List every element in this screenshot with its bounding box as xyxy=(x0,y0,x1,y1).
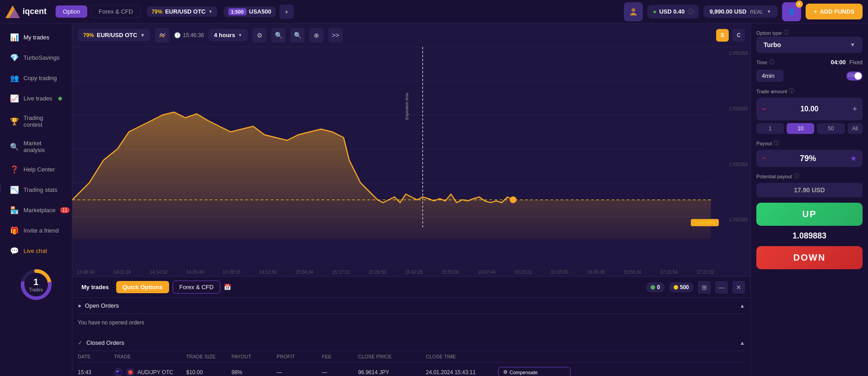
chart-compare-button[interactable] xyxy=(155,28,170,43)
avatar-box[interactable] xyxy=(624,2,643,21)
current-price-display: 1.089883 xyxy=(756,231,863,241)
user-icon: 👤 xyxy=(788,8,795,15)
add-funds-icon: + xyxy=(814,8,817,15)
panel-close-button[interactable]: ✕ xyxy=(732,281,745,294)
sidebar-item-live-trades[interactable]: 📈 Live trades xyxy=(3,89,69,108)
add-asset-button[interactable]: + xyxy=(279,5,294,19)
timeframe-select[interactable]: 4min 1min 5min 15min xyxy=(756,70,783,82)
tab-option[interactable]: Option xyxy=(56,5,87,18)
tab-quick-options[interactable]: Quick Options xyxy=(116,281,169,293)
amount-btn-50[interactable]: 50 xyxy=(817,123,844,134)
svg-point-3 xyxy=(632,8,635,12)
tab-my-trades[interactable]: My trades xyxy=(78,282,113,292)
sidebar-item-trading-stats[interactable]: 📉 Trading stats xyxy=(3,180,69,200)
sidebar-item-my-trades[interactable]: 📊 My trades xyxy=(3,28,69,47)
sidebar-item-help-center[interactable]: ❓ Help Center xyxy=(3,160,69,179)
tab-forex-cfd[interactable]: Forex & CFD xyxy=(91,5,141,18)
sidebar-item-copy-trading[interactable]: 👥 Copy trading xyxy=(3,68,69,88)
chart-time-display: 🕐 15:46:36 xyxy=(174,32,204,38)
amount-plus-icon[interactable]: + xyxy=(852,105,857,114)
c-button[interactable]: C xyxy=(732,29,745,42)
asset-name: EUR/USD OTC xyxy=(165,8,206,15)
table-header: Date Trade Trade size Payout Profit Fee … xyxy=(78,351,745,362)
sidebar-item-marketplace[interactable]: 🏪 Marketplace 11 xyxy=(3,200,69,220)
closed-orders-header[interactable]: ✓ Closed Orders ▲ xyxy=(78,335,745,351)
time-tick-7: 15:17:12 xyxy=(332,270,349,275)
open-orders-header[interactable]: ● Open Orders ▲ xyxy=(78,298,745,314)
instrument-selector[interactable]: 79% EUR/USD OTC ▼ xyxy=(78,29,151,41)
trade-amount-input[interactable] xyxy=(770,101,849,117)
account-box[interactable]: 9,990.00 USD REAL ▼ xyxy=(703,5,778,18)
fixed-badge: Fixed xyxy=(849,59,863,66)
clock-icon: 🕐 xyxy=(174,32,181,38)
time-info-icon[interactable]: ⓘ xyxy=(769,58,774,66)
chart-more-button[interactable]: >> xyxy=(328,28,343,43)
open-orders-title: Open Orders xyxy=(85,302,119,309)
amount-minus-icon[interactable]: − xyxy=(762,105,767,114)
asset-pct: 79% xyxy=(151,9,162,15)
chart-toolbar-right: S C xyxy=(716,29,745,42)
payout-minus-icon: − xyxy=(762,154,766,162)
col-close-time: Close time xyxy=(426,354,498,359)
instrument-pct: 79% xyxy=(83,32,94,38)
closed-orders-check-icon: ✓ xyxy=(78,339,83,346)
panel-minimize-button[interactable]: — xyxy=(715,281,728,294)
sidebar-item-turbo-savings[interactable]: 💎 TurboSavings xyxy=(3,48,69,67)
payout-info-icon[interactable]: ⓘ xyxy=(774,139,779,147)
sidebar-item-trading-contest[interactable]: 🏆 Trading contest xyxy=(3,109,69,133)
compensate-button[interactable]: ⚙ Compensate xyxy=(498,367,571,376)
add-funds-button[interactable]: + ADD FUNDS xyxy=(806,4,863,19)
trade-amount-info-icon[interactable]: ⓘ xyxy=(789,87,794,95)
balance-info-icon[interactable]: ⓘ xyxy=(688,8,693,16)
amount-btn-10[interactable]: 10 xyxy=(787,123,814,134)
down-button[interactable]: DOWN xyxy=(756,246,863,269)
asset-selector-eurusd[interactable]: 79% EUR/USD OTC ▼ xyxy=(147,6,217,17)
col-date: Date xyxy=(78,354,114,359)
chart-time: 15:46:36 xyxy=(183,32,204,38)
option-type-button[interactable]: Turbo ▼ xyxy=(756,37,863,53)
chart-crosshair-button[interactable]: ⊕ xyxy=(309,28,324,43)
balance-box: ● USD 0.40 ⓘ xyxy=(647,5,698,19)
time-tick-11: 16:07:44 xyxy=(478,270,495,275)
amount-btn-all[interactable]: All xyxy=(848,123,863,134)
chart-zoom-in-button[interactable]: 🔍 xyxy=(290,28,305,43)
row-close-time: 24.01.2024 15:43:11 xyxy=(426,369,498,376)
time-tick-1: 14:01:24 xyxy=(113,270,131,275)
tab-forex-cfd[interactable]: Forex & CFD xyxy=(173,281,221,294)
col-trade-size: Trade size xyxy=(186,354,231,359)
donut-area: 1 Trades xyxy=(0,261,72,308)
expiry-label: Expiration time xyxy=(405,93,409,120)
time-row: Time ⓘ 04:00 Fixed xyxy=(756,58,863,66)
up-button[interactable]: UP xyxy=(756,203,863,226)
currency-icon-jpy: 🔴 xyxy=(126,368,135,376)
option-type-arrow: ▼ xyxy=(850,42,855,48)
calendar-icon[interactable]: 📅 xyxy=(224,284,231,290)
chart-settings-button[interactable]: ⚙ xyxy=(252,28,267,43)
sidebar-collapse-button[interactable]: ◀ xyxy=(0,182,1,195)
option-type-info-icon[interactable]: ⓘ xyxy=(783,29,789,37)
option-type-section: Option type ⓘ Turbo ▼ xyxy=(756,29,863,53)
potential-info-icon[interactable]: ⓘ xyxy=(794,172,799,180)
time-section: Time ⓘ 04:00 Fixed 4min 1min 5min 15min … xyxy=(756,58,863,82)
chart-zoom-out-button[interactable]: 🔍 xyxy=(271,28,286,43)
toggle-on[interactable]: On xyxy=(846,71,863,81)
sidebar-item-invite-friend[interactable]: 🎁 Invite a friend xyxy=(3,221,69,240)
panel-expand-button[interactable]: ⊞ xyxy=(698,281,711,294)
user-button[interactable]: 👤 8 xyxy=(782,2,801,21)
row-payout: 98% xyxy=(231,369,277,376)
sidebar-item-live-chat[interactable]: 💬 Live chat xyxy=(3,241,69,261)
balance-amount: USD 0.40 xyxy=(659,8,684,15)
instrument-dropdown-arrow: ▼ xyxy=(140,32,146,38)
amount-btn-1[interactable]: 1 xyxy=(756,123,784,134)
timeframe-selector[interactable]: 4 hours ▼ xyxy=(208,29,248,41)
balance-icon: ● xyxy=(653,8,656,15)
s-button[interactable]: S xyxy=(716,29,729,42)
svg-point-14 xyxy=(510,196,517,203)
col-payout: Payout xyxy=(231,354,277,359)
asset-selector-usa500[interactable]: 1:500 USA500 xyxy=(224,6,276,17)
table-row: 15:43 🇦🇺 🔴 AUD/JPY OTC $10.00 98% — — 96… xyxy=(78,362,745,376)
chart-svg xyxy=(72,47,750,239)
sidebar-item-market-analysis[interactable]: 🔍 Market analysis xyxy=(3,134,69,159)
sidebar-label-turbo-savings: TurboSavings xyxy=(24,54,60,61)
green-dot xyxy=(651,285,655,290)
